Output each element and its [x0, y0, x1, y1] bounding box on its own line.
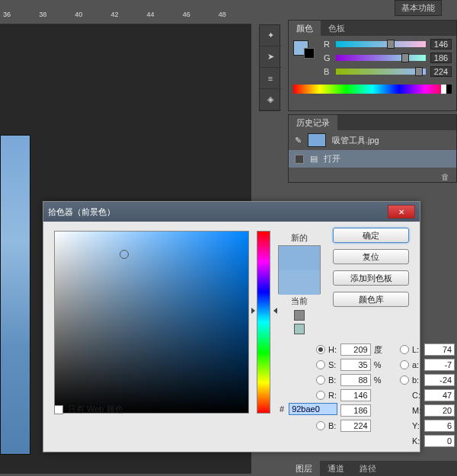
current-color-swatch[interactable] [279, 270, 320, 295]
hash-label: # [280, 404, 284, 414]
trash-icon[interactable]: 🗑 [439, 171, 450, 182]
current-label: 当前 [278, 296, 321, 307]
tab-history[interactable]: 历史记录 [289, 115, 337, 131]
color-library-button[interactable]: 颜色库 [333, 292, 409, 307]
lab-b-radio[interactable] [400, 375, 409, 385]
g-input[interactable] [340, 404, 371, 417]
websafe-swatch-icon[interactable] [294, 324, 305, 334]
b-label: B [324, 67, 331, 76]
background-swatch[interactable] [304, 48, 315, 59]
history-step[interactable]: ▤ 打开 [289, 150, 456, 168]
bv-input[interactable] [340, 374, 371, 386]
g-value[interactable]: 186 [430, 53, 452, 63]
fg-bg-swatches[interactable] [289, 36, 319, 80]
canvas-image[interactable] [0, 135, 30, 455]
hue-pointer[interactable] [253, 308, 276, 314]
lab-b-label: b: [412, 375, 421, 385]
l-radio[interactable] [400, 345, 409, 354]
ruler-mark: 46 [180, 11, 216, 24]
g-slider[interactable] [336, 55, 426, 61]
k-input[interactable] [424, 435, 455, 447]
side-toolbar: ✦ ➤ ≡ ◈ [259, 24, 280, 111]
dialog-titlebar[interactable]: 拾色器（前景色） ✕ [43, 202, 420, 222]
tab-swatches[interactable]: 色板 [321, 21, 353, 37]
bv-radio[interactable] [316, 375, 325, 385]
hue-slider[interactable] [257, 231, 270, 414]
document-icon: ▤ [310, 154, 318, 164]
r-value[interactable]: 146 [430, 39, 452, 50]
bb-label: B: [328, 421, 337, 430]
r-input[interactable] [340, 389, 371, 401]
tab-channels[interactable]: 通道 [320, 461, 352, 476]
a-label: a: [412, 360, 421, 369]
new-label: 新的 [278, 232, 321, 244]
s-input[interactable] [340, 359, 371, 371]
web-colors-checkbox[interactable]: 只有 Web 颜色 [54, 404, 123, 415]
a-radio[interactable] [400, 360, 409, 369]
brush-preset-icon[interactable]: ✦ [260, 25, 281, 46]
color-field[interactable] [54, 231, 249, 414]
close-button[interactable]: ✕ [388, 205, 415, 219]
bv-unit: % [374, 375, 388, 385]
b-slider[interactable] [336, 69, 426, 75]
color-preview [278, 245, 321, 294]
k-label: K: [412, 436, 421, 446]
ruler-mark: 48 [216, 11, 251, 24]
c-input[interactable] [424, 389, 455, 401]
gamut-warning-icon[interactable] [294, 310, 305, 321]
h-radio[interactable] [316, 345, 325, 354]
bb-radio[interactable] [316, 421, 325, 430]
bb-input[interactable] [340, 420, 371, 432]
layers-icon[interactable]: ≡ [260, 68, 281, 89]
h-unit: 度 [374, 344, 388, 356]
history-filename: 吸管工具.jpg [332, 135, 379, 146]
s-label: S: [328, 360, 337, 369]
ruler-mark: 36 [0, 11, 36, 24]
reset-button[interactable]: 复位 [333, 249, 409, 264]
ruler-mark: 44 [144, 11, 180, 24]
history-source[interactable]: ✎ 吸管工具.jpg [289, 130, 456, 150]
bv-label: B: [328, 375, 337, 385]
bottom-panel-tabs: 图层 通道 路径 [288, 461, 457, 476]
m-label: M: [412, 406, 421, 415]
h-label: H: [328, 345, 337, 354]
m-input[interactable] [424, 404, 455, 417]
r-radio[interactable] [316, 391, 325, 400]
ruler-mark: 40 [72, 11, 107, 24]
h-input[interactable] [340, 343, 371, 356]
dialog-title: 拾色器（前景色） [48, 206, 115, 218]
ok-button[interactable]: 确定 [333, 228, 409, 243]
spectrum-strip[interactable] [293, 85, 452, 94]
color-picker-dialog: 拾色器（前景色） ✕ 新的 当前 确定 复位 添加到色板 颜色库 H:度 [43, 201, 420, 452]
tab-color[interactable]: 颜色 [289, 21, 321, 37]
s-unit: % [374, 360, 388, 369]
r-label2: R: [328, 391, 337, 400]
history-step-label: 打开 [324, 153, 340, 165]
g-label: G [324, 53, 331, 62]
a-input[interactable] [424, 359, 455, 371]
r-slider[interactable] [336, 41, 426, 47]
new-color-swatch[interactable] [279, 246, 320, 270]
checkbox-icon[interactable] [54, 405, 63, 414]
add-swatch-button[interactable]: 添加到色板 [333, 270, 409, 286]
ruler-mark: 38 [36, 11, 72, 24]
y-input[interactable] [424, 420, 455, 432]
checkbox-icon[interactable] [295, 155, 304, 164]
y-label: Y: [412, 421, 421, 430]
picker-cursor[interactable] [120, 250, 129, 259]
lab-b-input[interactable] [424, 374, 455, 386]
b-value[interactable]: 224 [430, 66, 452, 77]
l-label: L: [412, 345, 421, 354]
web-colors-label: 只有 Web 颜色 [68, 404, 123, 415]
c-label: C: [412, 391, 421, 400]
l-input[interactable] [424, 343, 455, 356]
hex-input[interactable] [289, 403, 337, 415]
brush-icon: ✎ [295, 136, 302, 145]
color-panel: 颜色 色板 R 146 G 186 B 224 [288, 20, 457, 111]
cube-icon[interactable]: ◈ [260, 89, 281, 110]
tab-paths[interactable]: 路径 [352, 461, 384, 476]
workspace-menu[interactable]: 基本功能 [395, 0, 442, 16]
brush-icon[interactable]: ➤ [260, 46, 281, 68]
s-radio[interactable] [316, 360, 325, 369]
tab-layers[interactable]: 图层 [288, 461, 320, 476]
